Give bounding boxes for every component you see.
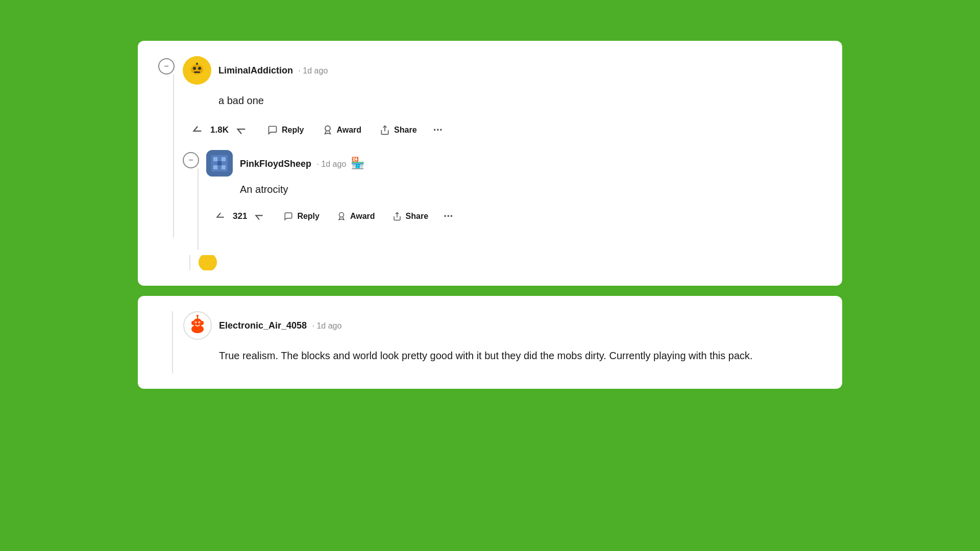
svg-rect-12 bbox=[222, 157, 226, 161]
share-button-1[interactable]: Share bbox=[373, 121, 424, 139]
svg-rect-14 bbox=[222, 165, 226, 169]
svg-point-27 bbox=[191, 321, 194, 325]
svg-point-7 bbox=[325, 126, 330, 131]
vote-count-1: 1.8K bbox=[210, 125, 229, 135]
svg-rect-13 bbox=[213, 165, 217, 169]
reply-button-reply-1[interactable]: Reply bbox=[277, 208, 327, 225]
svg-point-23 bbox=[195, 322, 197, 323]
comment-2-user-info: Electronic_Air_4058 · 1d ago bbox=[219, 320, 341, 331]
comment-1-user-info: LiminalAddiction · 1d ago bbox=[218, 65, 328, 76]
comment-1-top: − bbox=[158, 56, 822, 270]
reply-1-timestamp: · 1d ago bbox=[316, 160, 346, 168]
avatar-liminal bbox=[183, 56, 211, 85]
share-icon-reply-1 bbox=[393, 212, 402, 221]
downvote-button-1[interactable] bbox=[232, 121, 251, 139]
thread-line-reply-1 bbox=[198, 168, 199, 250]
comment-2-username: Electronic_Air_4058 bbox=[219, 320, 307, 331]
award-icon-1 bbox=[323, 125, 333, 135]
thread-line-2 bbox=[172, 311, 173, 373]
vote-group-reply-1: 321 bbox=[206, 205, 274, 228]
share-button-reply-1[interactable]: Share bbox=[385, 208, 435, 225]
reply-icon-1 bbox=[267, 125, 278, 135]
comment-1-body: a bad one bbox=[218, 93, 822, 108]
svg-point-3 bbox=[198, 67, 201, 70]
reply-1-user-info: PinkFloydSheep · 1d ago 🏪 bbox=[240, 157, 364, 170]
comment-1-timestamp: · 1d ago bbox=[298, 66, 328, 75]
comment-card-2: Electronic_Air_4058 · 1d ago True realis… bbox=[138, 296, 842, 389]
reply-icon-reply-1 bbox=[284, 212, 293, 221]
truncated-avatar bbox=[199, 255, 217, 270]
svg-rect-11 bbox=[213, 157, 217, 161]
more-button-reply-1[interactable]: ··· bbox=[438, 207, 458, 226]
upvote-button-1[interactable] bbox=[188, 121, 207, 139]
comment-2-header: Electronic_Air_4058 · 1d ago bbox=[183, 311, 822, 340]
svg-point-28 bbox=[201, 321, 204, 325]
reply-1-username: PinkFloydSheep bbox=[240, 159, 311, 169]
avatar-pinkfloydsheep bbox=[206, 150, 233, 177]
svg-point-24 bbox=[199, 322, 200, 323]
comment-2-timestamp: · 1d ago bbox=[312, 321, 342, 330]
collapse-button-1[interactable]: − bbox=[158, 58, 175, 74]
svg-point-26 bbox=[197, 315, 199, 317]
reply-1-container: − bbox=[183, 150, 822, 250]
thread-line-1 bbox=[173, 74, 174, 238]
award-icon-reply-1 bbox=[337, 212, 346, 221]
comment-card-1: − bbox=[138, 41, 842, 286]
downvote-button-reply-1[interactable] bbox=[250, 208, 268, 224]
liminal-avatar-icon bbox=[187, 60, 207, 81]
comment-2-body: True realism. The blocks and world look … bbox=[219, 348, 822, 363]
upvote-icon-reply-1 bbox=[215, 211, 226, 221]
reply-button-1[interactable]: Reply bbox=[260, 121, 311, 139]
avatar-electronic bbox=[183, 311, 212, 340]
svg-point-16 bbox=[339, 213, 344, 217]
reply-1-actions: 321 Reply bbox=[206, 205, 822, 228]
downvote-icon-1 bbox=[236, 124, 247, 136]
share-icon-1 bbox=[380, 125, 390, 135]
reddit-snoo-icon bbox=[186, 314, 209, 337]
collapse-button-reply-1[interactable]: − bbox=[183, 152, 199, 168]
reply-1-body: An atrocity bbox=[240, 182, 822, 197]
truncated-reply bbox=[183, 255, 822, 270]
pinkfloyd-avatar-icon bbox=[206, 150, 233, 177]
downvote-icon-reply-1 bbox=[254, 211, 264, 221]
comment-1-actions: 1.8K Reply Aw bbox=[183, 118, 822, 142]
reply-1-emoji: 🏪 bbox=[351, 157, 364, 170]
svg-rect-15 bbox=[217, 161, 222, 165]
svg-point-2 bbox=[193, 67, 196, 70]
vote-count-reply-1: 321 bbox=[233, 211, 247, 221]
truncated-thread-line bbox=[189, 255, 190, 270]
svg-point-6 bbox=[196, 63, 198, 65]
more-button-1[interactable]: ··· bbox=[428, 120, 448, 140]
comment-1-username: LiminalAddiction bbox=[218, 65, 293, 76]
vote-group-1: 1.8K bbox=[183, 118, 256, 142]
reply-1-header: PinkFloydSheep · 1d ago 🏪 bbox=[206, 150, 822, 177]
comment-1-header: LiminalAddiction · 1d ago bbox=[183, 56, 822, 85]
award-button-reply-1[interactable]: Award bbox=[330, 208, 382, 225]
upvote-icon-1 bbox=[192, 124, 203, 136]
award-button-1[interactable]: Award bbox=[315, 121, 369, 139]
svg-rect-4 bbox=[194, 71, 200, 73]
upvote-button-reply-1[interactable] bbox=[211, 208, 230, 224]
